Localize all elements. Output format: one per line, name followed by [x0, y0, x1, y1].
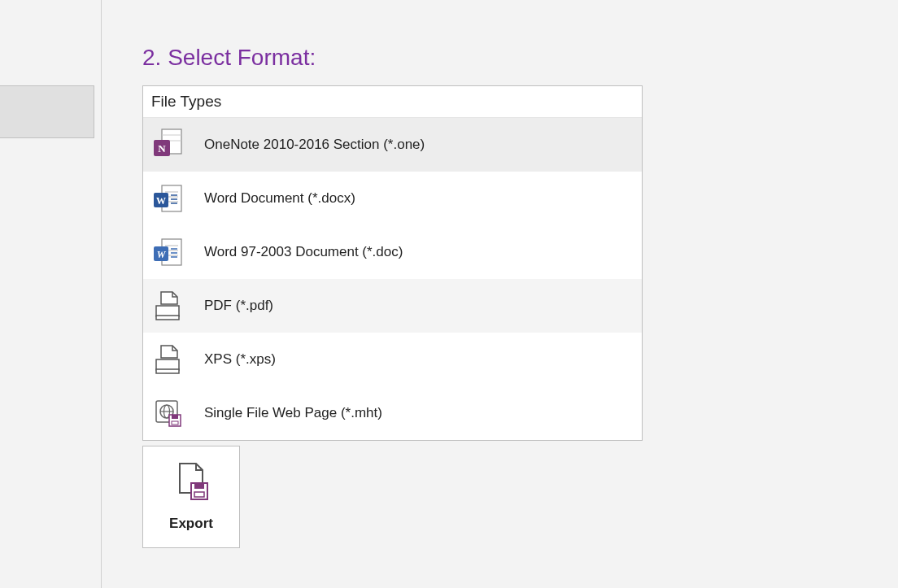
svg-rect-23 [156, 306, 179, 316]
content-divider [101, 0, 102, 588]
word-doc-icon: W [151, 236, 184, 268]
file-type-xps[interactable]: XPS (*.xps) [143, 333, 642, 386]
file-type-label: Word Document (*.docx) [204, 190, 355, 207]
file-types-panel: File Types N OneNote 2010-2016 Section (… [142, 85, 643, 441]
svg-text:W: W [156, 195, 166, 207]
file-type-label: Single File Web Page (*.mht) [204, 405, 382, 421]
file-type-label: PDF (*.pdf) [204, 298, 273, 314]
svg-text:N: N [158, 142, 166, 155]
file-type-label: OneNote 2010-2016 Section (*.one) [204, 137, 425, 153]
onenote-icon: N [151, 128, 184, 161]
file-type-onenote[interactable]: N OneNote 2010-2016 Section (*.one) [143, 118, 642, 172]
file-type-doc[interactable]: W Word 97-2003 Document (*.doc) [143, 225, 642, 279]
file-type-label: Word 97-2003 Document (*.doc) [204, 244, 403, 260]
svg-rect-35 [194, 483, 204, 489]
svg-rect-25 [156, 359, 179, 370]
panel-header: File Types [143, 86, 642, 118]
export-label: Export [169, 516, 213, 532]
svg-rect-24 [156, 316, 179, 320]
mht-icon [151, 397, 184, 429]
svg-rect-26 [156, 369, 179, 373]
svg-text:W: W [157, 249, 167, 260]
main-area: 2. Select Format: File Types N OneNote 2… [142, 45, 712, 548]
file-type-docx[interactable]: W Word Document (*.docx) [143, 172, 642, 225]
svg-rect-32 [172, 415, 178, 419]
export-button[interactable]: Export [142, 446, 240, 548]
xps-icon [151, 343, 184, 376]
section-heading: 2. Select Format: [142, 45, 712, 71]
pdf-icon [151, 290, 184, 322]
file-type-mht[interactable]: Single File Web Page (*.mht) [143, 386, 642, 440]
file-type-pdf[interactable]: PDF (*.pdf) [143, 279, 642, 333]
export-icon [173, 462, 209, 504]
file-type-label: XPS (*.xps) [204, 351, 276, 368]
word-docx-icon: W [151, 182, 184, 215]
sidebar-button[interactable] [0, 85, 94, 138]
